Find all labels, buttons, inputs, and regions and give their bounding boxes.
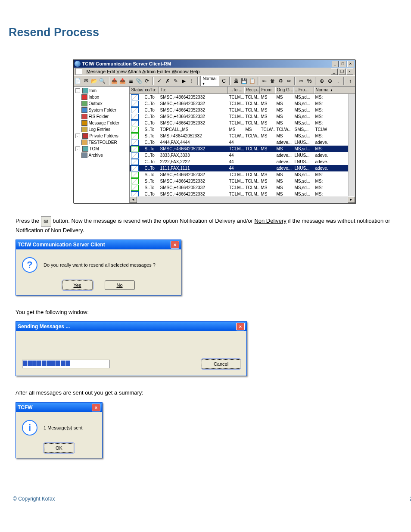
tree-toggle-icon[interactable]: - bbox=[75, 134, 80, 138]
up-icon[interactable]: ↑ bbox=[347, 77, 354, 85]
folder-tree[interactable]: -tomInboxOutboxSystem FolderFIS FolderMe… bbox=[74, 87, 130, 203]
col-header[interactable]: Orig G... bbox=[275, 87, 293, 93]
table-row[interactable]: S..ToSMSC,+436642052332TCLM...TCLM...MSM… bbox=[130, 146, 355, 152]
table-row[interactable]: S..ToSMSC,+436642052332TCLM...TCLM...MSM… bbox=[130, 184, 355, 191]
child-close-button[interactable]: × bbox=[346, 68, 353, 75]
minimize-button[interactable]: _ bbox=[332, 61, 339, 67]
col-header[interactable]: ...Fro... bbox=[293, 87, 314, 93]
tree-private-folders[interactable]: -Private Folders bbox=[75, 133, 128, 139]
table-row[interactable]: S..ToSMSC,+436642052332TCLM...TCLM...MSM… bbox=[130, 178, 355, 184]
cc-cell: C..To bbox=[143, 153, 159, 158]
table-row[interactable]: C..ToSMSC,+436642052332TCLM...TCLM...MSM… bbox=[130, 94, 355, 100]
cut-icon[interactable]: ✂ bbox=[298, 77, 305, 85]
menu-attach[interactable]: Attach bbox=[128, 69, 141, 74]
close-button[interactable]: × bbox=[347, 61, 354, 67]
out-icon[interactable]: 📤 bbox=[119, 77, 126, 85]
cancel-icon[interactable]: ✗ bbox=[164, 77, 171, 85]
print-icon[interactable]: 🖶 bbox=[233, 77, 240, 85]
tree-system-folder[interactable]: System Folder bbox=[75, 107, 128, 113]
col-header[interactable]: Norma ▲ bbox=[314, 87, 332, 93]
list-body[interactable]: C..ToSMSC,+436642052332TCLM...TCLM...MSM… bbox=[130, 94, 355, 196]
progress-close-button[interactable]: × bbox=[236, 323, 245, 330]
tree-tom[interactable]: -TOM bbox=[75, 146, 128, 152]
menu-help[interactable]: Help bbox=[190, 69, 200, 74]
table-row[interactable]: S..ToSMSC,+436642052332TCLM...TCLM...MSM… bbox=[130, 171, 355, 178]
table-row[interactable]: C..To2222,FAX,222244adeve...LNUS...adeve… bbox=[130, 159, 355, 165]
in-icon[interactable]: 📥 bbox=[111, 77, 118, 85]
open-folder-icon[interactable]: 📂 bbox=[90, 77, 98, 85]
col-header[interactable]: To: bbox=[159, 87, 228, 93]
yes-button[interactable]: Yes bbox=[62, 280, 93, 290]
reply-icon[interactable]: ✉ bbox=[82, 77, 90, 85]
save-icon[interactable]: 💾 bbox=[240, 77, 248, 85]
tree-tom[interactable]: -tom bbox=[75, 87, 128, 94]
tree-inbox[interactable]: Inbox bbox=[75, 94, 128, 100]
titlebar: TCfW Communication Server Client-RM _ □ … bbox=[74, 60, 355, 68]
horizontal-scrollbar[interactable]: ◄ ► bbox=[130, 196, 355, 203]
tree-toggle-icon[interactable]: - bbox=[75, 146, 80, 151]
ok-button[interactable]: OK bbox=[44, 443, 74, 453]
tree-archive[interactable]: Archive bbox=[75, 152, 128, 159]
list-icon[interactable]: ≣ bbox=[127, 77, 134, 85]
tree-fis-folder[interactable]: FIS Folder bbox=[75, 113, 128, 120]
table-row[interactable]: C..ToSMSC,+436642052332TCLM...TCLM...MSM… bbox=[130, 113, 355, 120]
menu-view[interactable]: View bbox=[116, 69, 127, 74]
attach-icon[interactable]: 📎 bbox=[135, 77, 143, 85]
table-row[interactable]: S..ToSMS,+436442052332TCLW...TCLW...MSMS… bbox=[130, 133, 355, 139]
table-row[interactable]: C..ToSMSC,+436642052332TCLM...TCLM...MSM… bbox=[130, 107, 355, 113]
send-icon[interactable]: ▶ bbox=[180, 77, 187, 85]
left-icon[interactable]: ⇤ bbox=[261, 77, 268, 85]
menu-admin[interactable]: Admin bbox=[142, 69, 156, 74]
col-header[interactable]: Status bbox=[130, 87, 143, 93]
table-row[interactable]: C..ToSMSC,+436642052332TCLM...TCLM...MSM… bbox=[130, 120, 355, 126]
menu-window[interactable]: Window bbox=[172, 69, 189, 74]
edit-icon[interactable]: ✏ bbox=[285, 77, 293, 85]
fro-cell: MS,sd... bbox=[293, 172, 314, 177]
tree-toggle-icon[interactable]: - bbox=[75, 88, 80, 93]
file-icon[interactable]: 📋 bbox=[249, 77, 256, 85]
summary-close-button[interactable]: × bbox=[92, 404, 100, 411]
col-header[interactable]: ...To ... bbox=[228, 87, 244, 93]
sign-icon[interactable]: ✎ bbox=[172, 77, 179, 85]
tree-log-entries[interactable]: Log Entries bbox=[75, 126, 128, 133]
scroll-right-button[interactable]: ► bbox=[348, 196, 355, 203]
maximize-button[interactable]: □ bbox=[339, 61, 346, 67]
table-row[interactable]: C..ToSMSC,+436642052332TCLM...TCLM...MSM… bbox=[130, 191, 355, 196]
stack-icon bbox=[82, 146, 88, 152]
table-row[interactable]: S..ToTOPCALL,,MSMSMSTCLW...TCLW...SMS,..… bbox=[130, 126, 355, 133]
tree-testfolder[interactable]: TESTFOLDER bbox=[75, 139, 128, 146]
down-icon[interactable]: ↓ bbox=[334, 77, 342, 85]
delete-icon[interactable]: 🗑 bbox=[269, 77, 277, 85]
search-icon[interactable]: 🔍 bbox=[99, 77, 106, 85]
refresh-icon[interactable]: ⟳ bbox=[143, 77, 151, 85]
table-row[interactable]: C..ToSMSC,+436642052332TCLM...TCLM...MSM… bbox=[130, 100, 355, 107]
flag-icon[interactable]: ! bbox=[188, 77, 196, 85]
child-restore-button[interactable]: ❐ bbox=[339, 68, 346, 75]
col-header[interactable]: From: bbox=[260, 87, 275, 93]
recycle-icon[interactable]: ♻ bbox=[277, 77, 285, 85]
menu-edit[interactable]: Edit bbox=[107, 69, 115, 74]
tree-message-folder[interactable]: Message Folder bbox=[75, 120, 128, 126]
no-button[interactable]: No bbox=[105, 280, 135, 290]
tree-outbox[interactable]: Outbox bbox=[75, 100, 128, 107]
table-row[interactable]: C..To1111,FAX,111144adeve...LNUS...adeve… bbox=[130, 165, 355, 171]
col-header[interactable]: Recip... bbox=[244, 87, 260, 93]
reload-icon[interactable]: C bbox=[220, 77, 227, 85]
confirm-close-button[interactable]: × bbox=[171, 241, 179, 249]
table-row[interactable]: C..To3333,FAX,333344adeve...LNUS...adeve… bbox=[130, 152, 355, 159]
orig-cell: adeve... bbox=[275, 159, 293, 164]
new-icon[interactable]: 📄 bbox=[75, 77, 82, 85]
zoom-in-icon[interactable]: ⊕ bbox=[318, 77, 325, 85]
vertical-scrollbar[interactable] bbox=[348, 94, 355, 196]
col-header[interactable]: cc/To: bbox=[143, 87, 159, 93]
menu-message[interactable]: Message bbox=[87, 69, 106, 74]
scroll-left-button[interactable]: ◄ bbox=[130, 196, 137, 203]
priority-select[interactable]: Normal ▾ bbox=[200, 76, 219, 86]
pct-icon[interactable]: % bbox=[306, 77, 313, 85]
table-row[interactable]: C..To4444,FAX,444444adeve...LNUS...adeve… bbox=[130, 139, 355, 146]
zoom-out-icon[interactable]: ⊖ bbox=[326, 77, 333, 85]
cancel-button[interactable]: Cancel bbox=[202, 359, 240, 369]
child-minimize-button[interactable]: _ bbox=[331, 68, 338, 75]
ok-icon[interactable]: ✓ bbox=[156, 77, 163, 85]
menu-folder[interactable]: Folder bbox=[157, 69, 170, 74]
